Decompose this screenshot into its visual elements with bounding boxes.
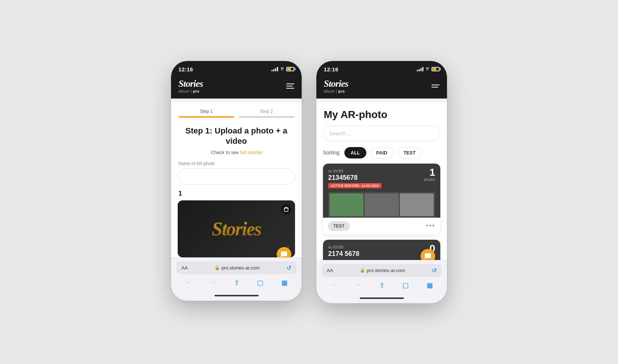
ar-card-1-top: № 89389 21345678 1 photos ACTIVE BEFORE:… — [323, 164, 440, 218]
step1-bar — [178, 116, 234, 118]
search-bar[interactable]: Search ... — [323, 126, 440, 141]
right-bookmarks-button[interactable]: ▢ — [399, 280, 412, 291]
ar-card-1-number-row: № 89389 21345678 1 photos — [328, 167, 435, 182]
photo-number: 1 — [171, 190, 302, 200]
ar-card-1: № 89389 21345678 1 photos ACTIVE BEFORE:… — [323, 164, 440, 235]
sort-test-button[interactable]: TEST — [397, 147, 422, 158]
left-app-navbar: Stories album | pro — [171, 76, 302, 99]
left-browser-bar: AA 🔒 pro.stories-ar.com ↺ ← → ⇧ ▢ ▦ — [171, 257, 302, 292]
right-logo-sub: album | pro — [324, 89, 345, 93]
ar-card-1-num-label: № 89389 — [328, 169, 343, 173]
check-tutorial-text: Check to see full tutorial — [171, 150, 302, 161]
left-url-text: 🔒 pro.stories-ar.com — [214, 265, 260, 271]
right-logo-pro: pro — [338, 89, 345, 93]
right-signal-icon — [417, 67, 423, 71]
left-home-indicator — [171, 292, 302, 301]
left-url-bar: AA 🔒 pro.stories-ar.com ↺ — [176, 261, 296, 274]
right-refresh-button[interactable]: ↺ — [432, 267, 437, 274]
left-back-button[interactable]: ← — [182, 277, 195, 288]
battery-icon — [286, 67, 294, 71]
right-aa-label[interactable]: AA — [327, 268, 333, 273]
steps-header: Step 1 Step 2 — [171, 102, 302, 120]
ar-card-2-num-value: 2174 5678 — [328, 250, 359, 258]
phones-container: 12:16 ⇈ Stories album | pro — [156, 46, 462, 318]
left-tabs-button[interactable]: ▦ — [278, 277, 291, 288]
ar-card-1-test-badge[interactable]: TEST — [328, 221, 350, 231]
ar-card-2: № 89388 2174 5678 0 photos — [323, 240, 440, 260]
full-tutorial-link[interactable]: full tutorial — [240, 150, 262, 155]
ar-preview-seg3 — [400, 193, 434, 216]
left-logo-text: Stories — [178, 79, 203, 89]
left-logo-sub: album | pro — [178, 89, 199, 93]
right-app-navbar: Stories album | pro — [316, 76, 447, 99]
check-text-static: Check to see — [211, 150, 240, 155]
left-bookmarks-button[interactable]: ▢ — [254, 277, 266, 288]
left-app-logo: Stories album | pro — [178, 79, 203, 93]
ar-card-1-num-value: 21345678 — [328, 174, 358, 182]
right-url-bar: AA 🔒 pro.stories-ar.com ↺ — [322, 264, 442, 277]
right-url-domain: pro.stories-ar.com — [367, 268, 405, 273]
field-label: Name of AR-photo — [171, 161, 302, 168]
right-hamburger-icon[interactable] — [431, 85, 440, 88]
ar-card-1-number: № 89389 21345678 — [328, 167, 358, 182]
sort-all-button[interactable]: ALL — [344, 147, 366, 158]
sort-paid-button[interactable]: PAID — [370, 147, 394, 158]
step1-label: Step 1 — [200, 109, 213, 114]
photo-stories-background: Stories a — [178, 200, 295, 257]
ar-card-2-number-row: № 89388 2174 5678 0 photos — [328, 243, 435, 258]
left-phone: 12:16 ⇈ Stories album | pro — [171, 61, 302, 301]
left-forward-button[interactable]: → — [207, 277, 219, 288]
stories-gold-logo: Stories — [212, 218, 261, 240]
left-url-domain: pro.stories-ar.com — [221, 265, 260, 271]
left-logo-pro: pro — [193, 89, 199, 93]
lock-icon: 🔒 — [214, 265, 220, 270]
right-browser-nav: ← → ⇧ ▢ ▦ — [322, 277, 442, 292]
svg-rect-0 — [284, 208, 288, 211]
upload-title: Step 1: Upload a photo + a video — [171, 120, 302, 150]
search-placeholder: Search ... — [329, 131, 351, 136]
right-share-button[interactable]: ⇧ — [376, 280, 388, 291]
right-forward-button[interactable]: → — [352, 280, 365, 291]
right-phone-time: 12:16 — [324, 66, 338, 72]
ar-photo-name-input[interactable] — [178, 168, 295, 185]
right-browser-bar: AA 🔒 pro.stories-ar.com ↺ ← → ⇧ ▢ ▦ — [316, 260, 447, 295]
ar-preview-seg1 — [330, 193, 363, 216]
right-scroll-indicator — [316, 99, 447, 102]
left-aa-label[interactable]: AA — [181, 265, 188, 271]
wifi-icon: ⇈ — [280, 67, 284, 72]
left-hamburger-icon[interactable] — [286, 83, 294, 89]
right-phone-content: My AR-photo Search ... Sorting: ALL PAID… — [316, 99, 447, 260]
ar-card-1-preview — [328, 192, 435, 218]
step2-bar — [239, 116, 295, 118]
step1-item: Step 1 — [178, 109, 234, 118]
signal-icon — [271, 67, 278, 71]
right-battery-icon — [431, 67, 440, 71]
right-status-icons: ⇈ — [417, 67, 440, 72]
sorting-row: Sorting: ALL PAID TEST — [316, 147, 447, 164]
left-refresh-button[interactable]: ↺ — [287, 264, 291, 271]
left-home-bar — [214, 295, 259, 296]
ar-card-1-more-menu[interactable]: ••• — [426, 222, 435, 230]
ar-preview-seg2 — [365, 193, 398, 216]
right-home-bar — [360, 297, 404, 299]
left-browser-nav: ← → ⇧ ▢ ▦ — [176, 274, 296, 290]
right-phone-status-bar: 12:16 ⇈ — [316, 61, 447, 76]
left-phone-content: Step 1 Step 2 Step 1: Upload a photo + a… — [171, 99, 302, 257]
step2-label: Step 2 — [260, 109, 273, 114]
left-share-button[interactable]: ⇧ — [231, 277, 242, 288]
right-logo-text: Stories — [324, 79, 348, 89]
ar-card-1-bottom: TEST ••• — [323, 218, 440, 235]
right-tabs-button[interactable]: ▦ — [424, 280, 436, 291]
right-back-button[interactable]: ← — [327, 280, 340, 291]
my-ar-photo-title: My AR-photo — [316, 102, 447, 126]
left-phone-status-bar: 12:16 ⇈ — [171, 61, 302, 76]
left-status-icons: ⇈ — [271, 67, 294, 72]
scroll-indicator — [171, 99, 302, 102]
right-lock-icon: 🔒 — [360, 268, 365, 273]
right-app-logo: Stories album | pro — [324, 79, 348, 93]
right-home-indicator — [316, 295, 447, 303]
photo-upload-card: Stories a — [178, 200, 295, 257]
delete-photo-icon[interactable] — [281, 204, 291, 214]
left-phone-time: 12:16 — [178, 66, 193, 72]
ar-card-1-count: 1 photos — [424, 167, 435, 182]
